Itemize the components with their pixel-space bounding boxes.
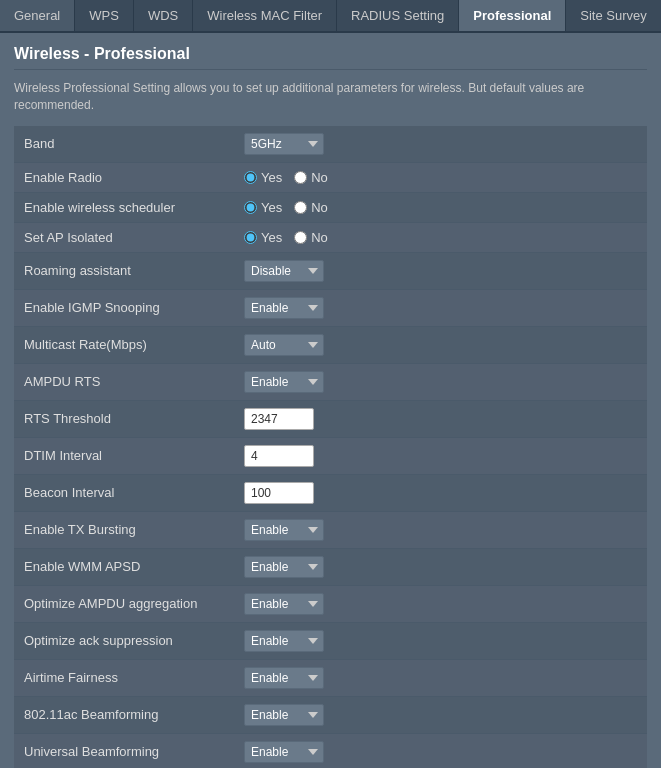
select-band[interactable]: 2.4GHz5GHz: [244, 133, 324, 155]
text-input-beacon-interval[interactable]: [244, 482, 314, 504]
page-description: Wireless Professional Setting allows you…: [14, 80, 647, 114]
radio-option-text: Yes: [261, 200, 282, 215]
field-label-2: Enable wireless scheduler: [14, 192, 234, 222]
radio-input-no-3[interactable]: [294, 231, 307, 244]
tab-bar: GeneralWPSWDSWireless MAC FilterRADIUS S…: [0, 0, 661, 33]
settings-row: Universal BeamformingEnableDisable: [14, 733, 647, 768]
tab-professional[interactable]: Professional: [459, 0, 566, 31]
field-label-0: Band: [14, 126, 234, 163]
field-control-8: [234, 400, 647, 437]
select-ampdu-rts[interactable]: EnableDisable: [244, 371, 324, 393]
field-control-3: YesNo: [234, 222, 647, 252]
settings-row: Enable IGMP SnoopingEnableDisable: [14, 289, 647, 326]
tab-site-survey[interactable]: Site Survey: [566, 0, 661, 31]
radio-label-yes[interactable]: Yes: [244, 230, 282, 245]
settings-row: AMPDU RTSEnableDisable: [14, 363, 647, 400]
field-control-9: [234, 437, 647, 474]
tab-wps[interactable]: WPS: [75, 0, 134, 31]
radio-label-yes[interactable]: Yes: [244, 200, 282, 215]
select-802.11ac-beamforming[interactable]: EnableDisable: [244, 704, 324, 726]
settings-row: Enable WMM APSDEnableDisable: [14, 548, 647, 585]
field-label-7: AMPDU RTS: [14, 363, 234, 400]
tab-general[interactable]: General: [0, 0, 75, 31]
settings-row: Roaming assistantDisableEnable: [14, 252, 647, 289]
radio-input-no-2[interactable]: [294, 201, 307, 214]
field-control-2: YesNo: [234, 192, 647, 222]
field-control-7: EnableDisable: [234, 363, 647, 400]
radio-option-text: Yes: [261, 230, 282, 245]
radio-option-text: Yes: [261, 170, 282, 185]
field-label-17: Universal Beamforming: [14, 733, 234, 768]
field-control-0: 2.4GHz5GHz: [234, 126, 647, 163]
field-label-10: Beacon Interval: [14, 474, 234, 511]
radio-option-text: No: [311, 230, 328, 245]
field-label-15: Airtime Fairness: [14, 659, 234, 696]
settings-row: Beacon Interval: [14, 474, 647, 511]
radio-input-yes-2[interactable]: [244, 201, 257, 214]
settings-row: Enable TX BurstingEnableDisable: [14, 511, 647, 548]
field-label-16: 802.11ac Beamforming: [14, 696, 234, 733]
page-title: Wireless - Professional: [14, 45, 647, 70]
radio-label-no[interactable]: No: [294, 170, 328, 185]
settings-row: DTIM Interval: [14, 437, 647, 474]
field-label-14: Optimize ack suppression: [14, 622, 234, 659]
field-control-16: EnableDisable: [234, 696, 647, 733]
field-label-6: Multicast Rate(Mbps): [14, 326, 234, 363]
settings-row: RTS Threshold: [14, 400, 647, 437]
radio-group-1: YesNo: [244, 170, 637, 185]
field-label-12: Enable WMM APSD: [14, 548, 234, 585]
settings-row: Airtime FairnessEnableDisable: [14, 659, 647, 696]
radio-group-3: YesNo: [244, 230, 637, 245]
radio-input-yes-3[interactable]: [244, 231, 257, 244]
field-label-3: Set AP Isolated: [14, 222, 234, 252]
field-control-12: EnableDisable: [234, 548, 647, 585]
field-label-8: RTS Threshold: [14, 400, 234, 437]
field-control-13: EnableDisable: [234, 585, 647, 622]
select-roaming-assistant[interactable]: DisableEnable: [244, 260, 324, 282]
settings-row: 802.11ac BeamformingEnableDisable: [14, 696, 647, 733]
field-label-4: Roaming assistant: [14, 252, 234, 289]
select-optimize-ampdu-aggregation[interactable]: EnableDisable: [244, 593, 324, 615]
radio-option-text: No: [311, 200, 328, 215]
field-control-14: EnableDisable: [234, 622, 647, 659]
field-control-6: Auto125.56911121824364854: [234, 326, 647, 363]
field-control-1: YesNo: [234, 162, 647, 192]
settings-row: Enable RadioYesNo: [14, 162, 647, 192]
radio-option-text: No: [311, 170, 328, 185]
field-control-11: EnableDisable: [234, 511, 647, 548]
field-label-5: Enable IGMP Snooping: [14, 289, 234, 326]
radio-label-no[interactable]: No: [294, 230, 328, 245]
field-control-10: [234, 474, 647, 511]
settings-row: Set AP IsolatedYesNo: [14, 222, 647, 252]
settings-row: Optimize ack suppressionEnableDisable: [14, 622, 647, 659]
field-label-11: Enable TX Bursting: [14, 511, 234, 548]
field-control-5: EnableDisable: [234, 289, 647, 326]
settings-row: Optimize AMPDU aggregationEnableDisable: [14, 585, 647, 622]
settings-row: Multicast Rate(Mbps)Auto125.569111218243…: [14, 326, 647, 363]
select-enable-igmp-snooping[interactable]: EnableDisable: [244, 297, 324, 319]
select-universal-beamforming[interactable]: EnableDisable: [244, 741, 324, 763]
tab-radius-setting[interactable]: RADIUS Setting: [337, 0, 459, 31]
select-enable-wmm-apsd[interactable]: EnableDisable: [244, 556, 324, 578]
field-label-13: Optimize AMPDU aggregation: [14, 585, 234, 622]
settings-row: Band2.4GHz5GHz: [14, 126, 647, 163]
field-control-15: EnableDisable: [234, 659, 647, 696]
settings-row: Enable wireless schedulerYesNo: [14, 192, 647, 222]
page-content: Wireless - Professional Wireless Profess…: [0, 33, 661, 768]
select-airtime-fairness[interactable]: EnableDisable: [244, 667, 324, 689]
text-input-rts-threshold[interactable]: [244, 408, 314, 430]
field-label-9: DTIM Interval: [14, 437, 234, 474]
text-input-dtim-interval[interactable]: [244, 445, 314, 467]
radio-label-no[interactable]: No: [294, 200, 328, 215]
select-enable-tx-bursting[interactable]: EnableDisable: [244, 519, 324, 541]
select-multicast-rate(mbps)[interactable]: Auto125.56911121824364854: [244, 334, 324, 356]
field-control-17: EnableDisable: [234, 733, 647, 768]
radio-input-yes-1[interactable]: [244, 171, 257, 184]
radio-input-no-1[interactable]: [294, 171, 307, 184]
tab-wireless-mac-filter[interactable]: Wireless MAC Filter: [193, 0, 337, 31]
field-label-1: Enable Radio: [14, 162, 234, 192]
tab-wds[interactable]: WDS: [134, 0, 193, 31]
field-control-4: DisableEnable: [234, 252, 647, 289]
select-optimize-ack-suppression[interactable]: EnableDisable: [244, 630, 324, 652]
radio-label-yes[interactable]: Yes: [244, 170, 282, 185]
